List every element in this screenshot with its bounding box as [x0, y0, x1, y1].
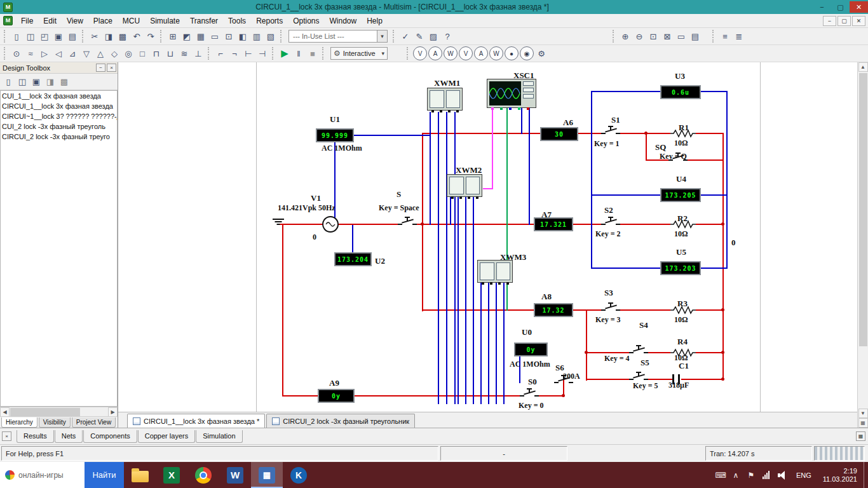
zoom-sheet-button[interactable]: ▭	[674, 29, 688, 43]
s0-switch[interactable]	[520, 388, 539, 397]
volume-icon[interactable]	[778, 471, 787, 479]
network-signal-icon[interactable]	[763, 471, 770, 479]
xwm3-wattmeter[interactable]	[477, 260, 513, 283]
new-schematic-button[interactable]: ▯	[1, 75, 15, 89]
v1-ac-source[interactable]	[322, 216, 339, 233]
taskbar-multisim-icon[interactable]: ▦	[251, 462, 283, 488]
place-junction-button[interactable]: ¬	[227, 46, 241, 60]
panel-pin-button[interactable]: −	[96, 64, 105, 72]
zoom-fit-button[interactable]: ⊠	[660, 29, 674, 43]
probe-settings-button[interactable]: ⚙	[534, 46, 548, 60]
schematic-canvas[interactable]: XWM1 XSC1	[118, 62, 857, 412]
place-cmos-button[interactable]: △	[93, 46, 107, 60]
r2-resistor[interactable]	[670, 220, 696, 229]
mdi-close-button[interactable]: ✕	[852, 16, 865, 26]
u4-voltmeter[interactable]: 173.205	[660, 188, 701, 202]
minimize-button[interactable]: −	[813, 1, 831, 13]
action-center-flag-icon[interactable]: ⚑	[743, 471, 759, 480]
grapher-button[interactable]: ▥	[250, 29, 264, 43]
xwm1-wattmeter[interactable]	[427, 88, 463, 111]
meter-w2-button[interactable]: W	[489, 46, 503, 60]
place-mixed-button[interactable]: ◎	[121, 46, 135, 60]
s6-switch[interactable]	[554, 375, 573, 384]
menu-item-options[interactable]: Options	[288, 15, 324, 27]
menu-item-file[interactable]: File	[16, 15, 38, 27]
pause-simulation-button[interactable]: ‖	[292, 46, 306, 60]
language-indicator[interactable]: ENG	[796, 471, 811, 479]
capture-area-button[interactable]: ◧	[236, 29, 250, 43]
database-manager-button[interactable]: ▨	[426, 29, 440, 43]
toolbar-grip[interactable]	[280, 30, 283, 43]
u5-voltmeter[interactable]: 173.203	[660, 261, 701, 275]
s5-switch[interactable]	[629, 372, 648, 381]
remove-schematic-button[interactable]: ▩	[57, 75, 71, 89]
toggle-border-button[interactable]: ◩	[180, 29, 194, 43]
postprocessor-button[interactable]: ▧	[264, 29, 278, 43]
cut-button[interactable]: ✂	[88, 29, 102, 43]
toolbox-horizontal-scrollbar[interactable]: ◀ ▶	[0, 407, 118, 416]
run-simulation-button[interactable]: ▶	[278, 46, 292, 60]
tab-simulation[interactable]: Simulation	[196, 430, 242, 443]
toolbar-grip[interactable]	[4, 30, 7, 43]
toggle-page-bounds-button[interactable]: ▦	[194, 29, 208, 43]
menu-item-tools[interactable]: Tools	[223, 15, 251, 27]
menu-item-help[interactable]: Help	[362, 15, 388, 27]
place-indicator-button[interactable]: □	[135, 46, 149, 60]
doc-tab-circuit-1[interactable]: CIRCUI_1__lock 3x фазная звезда *	[127, 414, 265, 428]
toolbox-item[interactable]: CUI_2 lock -3х фазный треуголь	[1, 121, 117, 132]
tab-hierarchy[interactable]: Hierarchy	[1, 417, 37, 428]
tab-visibility[interactable]: Visibility	[39, 417, 71, 428]
help-button[interactable]: ?	[440, 29, 454, 43]
place-bus-button[interactable]: ⊣	[255, 46, 269, 60]
scroll-up-button[interactable]: ▲	[858, 62, 868, 72]
place-hierarchical-button[interactable]: ⊢	[241, 46, 255, 60]
toolbox-item[interactable]: CIRCUI_2 lock -3х фазный треуго	[1, 132, 117, 142]
s3-switch[interactable]	[601, 302, 620, 311]
open-button[interactable]: ◫	[24, 29, 37, 43]
scroll-left-button[interactable]: ◀	[0, 407, 10, 417]
scrollbar-thumb[interactable]	[859, 73, 867, 346]
toolbar-grip[interactable]	[82, 30, 85, 43]
spreadsheet-toggle-button[interactable]: ▦	[858, 418, 868, 428]
toolbar-grip[interactable]	[160, 30, 163, 43]
tab-results[interactable]: Results	[17, 430, 54, 443]
menu-item-place[interactable]: Place	[88, 15, 118, 27]
toolbox-item[interactable]: CIRCUI_1__lock 3x фазная звезда	[1, 101, 117, 111]
panel-grid-button[interactable]: ▦	[856, 431, 865, 441]
full-page-button[interactable]: ⊡	[222, 29, 236, 43]
save-schematic-button[interactable]: ▣	[29, 75, 43, 89]
taskbar-excel-icon[interactable]: X	[156, 462, 187, 488]
s2-switch[interactable]	[601, 217, 620, 226]
scroll-right-button[interactable]: ▶	[108, 407, 118, 417]
toolbox-item[interactable]: CUI_1__lock 3x фазная звезда	[1, 91, 117, 101]
meter-v2-button[interactable]: V	[459, 46, 473, 60]
menu-item-mcu[interactable]: MCU	[118, 15, 145, 27]
toggle-grid-button[interactable]: ⊞	[166, 29, 180, 43]
u0-voltmeter[interactable]: 0y	[514, 342, 548, 356]
doc-tab-circuit-2[interactable]: CIRCUI_2 lock -3х фазный треугольник	[266, 414, 415, 428]
close-button[interactable]: ✕	[850, 1, 868, 13]
tab-nets[interactable]: Nets	[55, 430, 83, 443]
place-basic-button[interactable]: ≈	[24, 46, 37, 60]
sq-switch[interactable]	[668, 152, 688, 161]
copy-button[interactable]: ◨	[102, 29, 116, 43]
component-wizard-button[interactable]: ✎	[412, 29, 426, 43]
menu-item-transfer[interactable]: Transfer	[185, 15, 223, 27]
r1-resistor[interactable]	[670, 129, 696, 138]
toolbox-item[interactable]: CIRCUI~1__lock 3? ?????? ??????-Д	[1, 111, 117, 121]
paste-button[interactable]: ▩	[116, 29, 130, 43]
place-peripheral-button[interactable]: ≋	[177, 46, 191, 60]
toolbar-grip[interactable]	[407, 47, 410, 60]
place-misc-digital-button[interactable]: ◇	[107, 46, 121, 60]
meter-a-button[interactable]: A	[428, 46, 442, 60]
copy-schematic-button[interactable]: ◨	[43, 75, 57, 89]
place-power-button[interactable]: ⊓	[149, 46, 163, 60]
place-rf-button[interactable]: ⊥	[191, 46, 205, 60]
probe-button[interactable]: ●	[505, 46, 519, 60]
open-sample-button[interactable]: ◰	[37, 29, 51, 43]
close-spreadsheet-button[interactable]: ×	[2, 431, 11, 441]
u2-voltmeter[interactable]: 173.204	[334, 252, 372, 266]
list-view-button[interactable]: ≡	[718, 29, 732, 43]
interactive-simulation-dropdown[interactable]: ⚙ Interactive ▾	[330, 47, 388, 60]
detail-view-button[interactable]: ≣	[732, 29, 746, 43]
